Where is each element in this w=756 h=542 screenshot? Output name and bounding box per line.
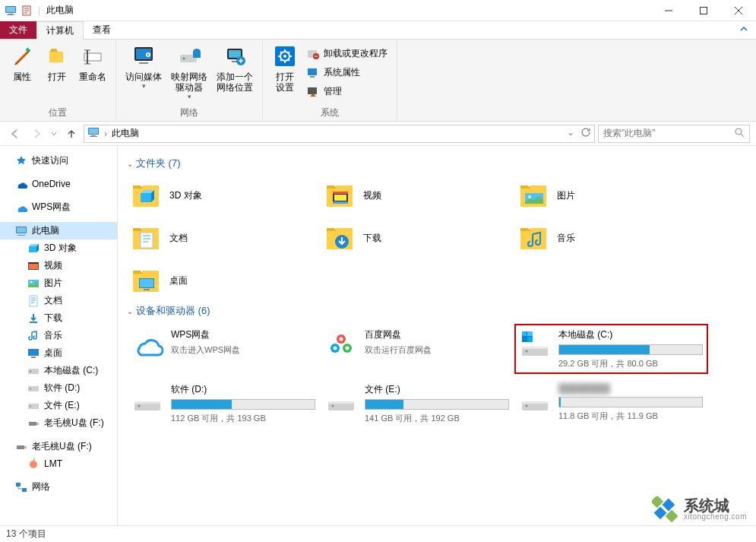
nav-sub-item[interactable]: 文档 [0,292,117,309]
nav-back-button[interactable] [6,125,24,143]
search-box[interactable]: 搜索"此电脑" [598,125,750,143]
folder-item[interactable]: 下载 [321,219,514,257]
breadcrumb-location[interactable]: 此电脑 [112,127,139,140]
nav-sub-item[interactable]: 下载 [0,309,117,327]
svg-rect-92 [522,401,548,404]
ribbon-add-location[interactable]: 添加一个 网络位置 [214,43,256,94]
svg-rect-44 [28,349,39,356]
nav-sub-icon [27,417,40,429]
status-bar: 13 个项目 [0,525,756,542]
disk-drive-item[interactable]: 文件 (E:) 141 GB 可用，共 192 GB [321,379,514,429]
star-icon [15,155,27,167]
nav-sub-item[interactable]: 老毛桃U盘 (F:) [0,414,117,432]
ribbon-sys-props[interactable]: 系统属性 [304,65,391,81]
svg-rect-89 [328,401,354,404]
nav-history-dropdown[interactable] [49,125,59,143]
this-pc-icon [87,126,100,141]
nav-quick-access[interactable]: 快速访问 [0,152,117,170]
nav-forward-button[interactable] [27,125,46,143]
ribbon-rename[interactable]: 重命名 [76,43,109,84]
folder-item[interactable]: 桌面 [127,261,321,300]
ribbon-map-drive[interactable]: 映射网络 驱动器 ▾ [168,43,210,102]
this-pc-icon [15,225,27,237]
nav-lmt[interactable]: LMT [0,455,117,472]
nav-sub-icon [27,277,40,290]
ribbon-properties[interactable]: 属性 [6,43,38,84]
disk-drive-icon [325,383,357,415]
svg-point-76 [346,347,350,350]
nav-onedrive[interactable]: OneDrive [0,176,117,192]
svg-rect-80 [522,337,527,342]
folder-item[interactable]: 视频 [321,176,514,214]
svg-rect-32 [90,136,97,137]
tab-file[interactable]: 文件 [0,21,36,39]
ribbon-manage[interactable]: 管理 [304,84,391,100]
nav-wps[interactable]: WPS网盘 [0,198,117,216]
nav-sub-item[interactable]: 图片 [0,274,117,292]
onedrive-icon [15,178,27,190]
folder-item[interactable]: 文档 [127,219,321,257]
svg-rect-16 [193,52,201,58]
minimize-button[interactable] [651,0,686,21]
svg-rect-31 [91,135,96,136]
svg-rect-52 [29,422,36,426]
maximize-button[interactable] [686,0,721,21]
nav-up-button[interactable] [62,125,81,143]
svg-rect-27 [310,76,315,78]
ribbon-access-media[interactable]: 访问媒体 ▾ [122,43,165,91]
content-pane: ⌄ 文件夹 (7) 3D 对象视频图片文档下载音乐桌面 ⌄ 设备和驱动器 (6)… [118,146,756,525]
svg-rect-35 [17,227,26,233]
nav-lmt-usb[interactable]: 老毛桃U盘 (F:) [0,438,117,455]
cloud-drive-item[interactable]: WPS网盘双击进入WPS网盘 [127,324,321,374]
cloud-drive-item[interactable]: 百度网盘双击运行百度网盘 [321,324,514,374]
ribbon: 属性 打开 重命名 位置 访问媒体 ▾ 映射网络 驱动器 ▾ [0,40,756,122]
ribbon-uninstall[interactable]: 卸载或更改程序 [304,46,391,62]
svg-rect-3 [7,14,14,15]
titlebar: | 此电脑 [0,0,756,21]
svg-rect-36 [17,235,25,236]
svg-point-87 [138,405,141,407]
refresh-icon[interactable] [580,127,591,140]
nav-sub-item[interactable]: 音乐 [0,327,117,344]
nav-sub-item[interactable]: 文件 (E:) [0,397,117,414]
drive-usage-bar [558,397,703,407]
disk-drive-item[interactable]: ████████ 11.8 GB 可用，共 11.9 GB [514,379,708,429]
disk-drive-item[interactable]: 本地磁盘 (C:) 29.2 GB 可用，共 80.0 GB [514,324,708,374]
folder-icon [324,222,356,254]
drive-usage-bar [171,399,315,410]
section-folders-header[interactable]: ⌄ 文件夹 (7) [127,157,747,170]
folder-item[interactable]: 图片 [514,176,708,214]
svg-point-93 [526,405,528,407]
svg-rect-69 [140,279,153,287]
svg-rect-63 [334,195,346,201]
folder-icon [517,179,549,211]
ribbon-collapse-icon[interactable] [739,24,748,36]
addr-dropdown-icon[interactable]: ⌄ [562,127,579,140]
search-icon[interactable] [734,127,745,140]
nav-this-pc[interactable]: 此电脑 [0,222,117,239]
window-title: 此电脑 [46,4,74,17]
ribbon-open[interactable]: 打开 [41,43,73,84]
folder-item[interactable]: 音乐 [514,219,708,257]
nav-network[interactable]: 网络 [0,478,117,496]
tab-computer[interactable]: 计算机 [36,21,84,40]
address-bar-row: › 此电脑 ⌄ 搜索"此电脑" [0,122,756,146]
close-button[interactable] [721,0,756,21]
nav-sub-item[interactable]: 软件 (D:) [0,379,117,397]
disk-drive-item[interactable]: 软件 (D:) 112 GB 可用，共 193 GB [127,379,321,429]
nav-sub-item[interactable]: 3D 对象 [0,239,117,257]
tab-view[interactable]: 查看 [84,21,120,39]
nav-sub-item[interactable]: 本地磁盘 (C:) [0,362,117,379]
ribbon-open-settings[interactable]: 打开 设置 [269,43,301,94]
section-drives-header[interactable]: ⌄ 设备和驱动器 (6) [127,304,747,318]
svg-point-14 [183,58,185,60]
qa-properties-icon[interactable] [21,5,33,17]
svg-rect-66 [141,233,153,248]
nav-sub-item[interactable]: 视频 [0,257,117,274]
svg-rect-55 [24,446,27,448]
address-bar[interactable]: › 此电脑 ⌄ [84,125,595,143]
folder-item[interactable]: 3D 对象 [127,176,321,214]
svg-rect-61 [333,192,348,194]
svg-point-42 [30,281,33,283]
nav-sub-item[interactable]: 桌面 [0,344,117,362]
